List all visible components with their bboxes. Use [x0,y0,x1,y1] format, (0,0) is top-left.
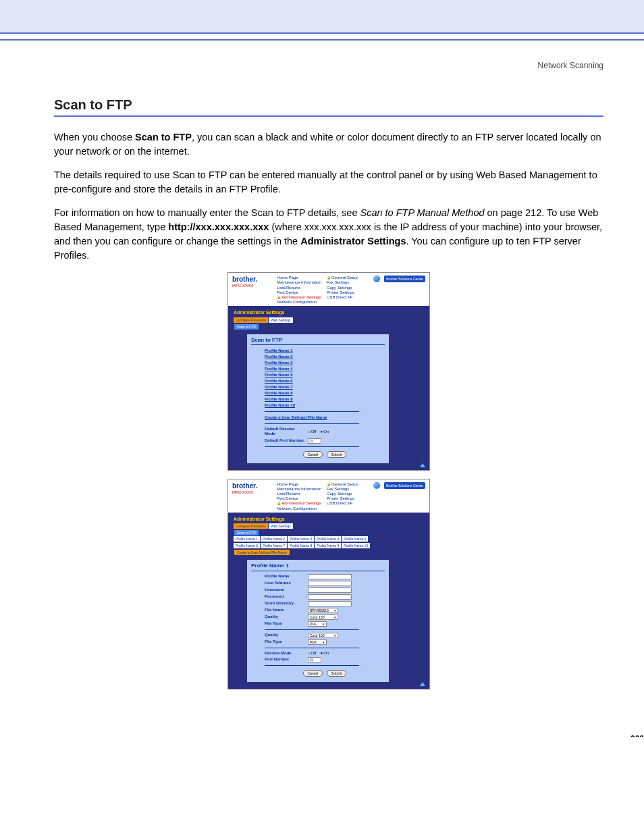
subtab-scan-to-ftp[interactable]: Scan to FTP [234,324,259,330]
profile-name-input[interactable] [308,574,352,579]
text: When you choose [54,132,135,142]
radio-on[interactable]: On [321,651,329,656]
host-input[interactable] [308,581,352,586]
port-input[interactable]: 21 [308,438,321,444]
store-input[interactable] [308,601,352,606]
file-type-select-2[interactable]: PDF [308,640,327,645]
nav-admin: Administrator Settings [281,295,321,299]
nav-general: General Setup [331,276,358,280]
submit-button[interactable]: Submit [327,670,347,677]
passive-radios[interactable]: Off On [308,651,329,656]
profile-link-5[interactable]: Profile Name 5 [265,372,385,378]
profile-tab-1[interactable]: Profile Name 1 [234,536,261,542]
profile-panel: Profile Name 1 Profile Name Host Address… [247,560,389,682]
nav-maintenance[interactable]: Maintenance Information [277,487,321,492]
profile-link-1[interactable]: Profile Name 1 [265,348,385,354]
divider [265,629,359,630]
nav-lists[interactable]: Lists/Reports [277,286,321,290]
profile-link-6[interactable]: Profile Name 6 [265,378,385,384]
password-label: Password [265,594,305,599]
profile-tab-2[interactable]: Profile Name 2 [261,536,288,542]
profile-tabs-row2: Profile Name 6 Profile Name 7 Profile Na… [234,543,424,548]
port-input[interactable]: 21 [308,657,321,662]
nav-home[interactable]: Home Page [277,482,321,487]
default-port-row: Default Port Number 21 [265,438,385,444]
nav-lists[interactable]: Lists/Reports [277,492,321,496]
profile-tab-8[interactable]: Profile Name 8 [288,543,315,548]
profile-link-7[interactable]: Profile Name 7 [265,384,385,390]
profile-tab-3[interactable]: Profile Name 3 [288,536,315,542]
profile-link-3[interactable]: Profile Name 3 [265,360,385,366]
tab-configure-password[interactable]: Configure Password [234,317,269,323]
tab-configure-password[interactable]: Configure Password [234,523,269,529]
nav-col-2: 🔒General Setup Fax Settings Copy Setting… [327,482,358,511]
profile-tab-6[interactable]: Profile Name 6 [234,543,261,548]
subtab-scan-to-ftp[interactable]: Scan to FTP [234,530,259,536]
nav-home[interactable]: Home Page [277,276,321,280]
quality-select[interactable]: Color 150 [308,615,338,620]
solutions-center-button[interactable]: Brother Solutions Center [384,276,425,282]
create-file-name-link[interactable]: Create a User Defined File Name [265,415,385,421]
port-label: Port Number [265,657,305,662]
nav-maintenance[interactable]: Maintenance Information [277,280,321,285]
cancel-button[interactable]: Cancel [303,670,323,677]
profile-tab-5[interactable]: Profile Name 5 [342,536,369,542]
submit-button[interactable]: Submit [327,451,347,458]
password-input[interactable] [308,594,352,600]
nav-admin-row[interactable]: 🔒Administrator Settings [277,501,321,506]
nav-printer[interactable]: Printer Settings [327,496,358,501]
nav-find[interactable]: Find Device [277,496,321,501]
tab-web-settings[interactable]: Web Settings [269,523,294,529]
tab-web-settings[interactable]: Web Settings [269,317,294,323]
top-bar [0,0,644,34]
profile-tab-7[interactable]: Profile Name 7 [261,543,288,548]
panel-title: Profile Name 1 [251,563,385,571]
create-file-name-tab[interactable]: Create a User Defined File Name [234,550,290,556]
passive-radios[interactable]: Off On [308,429,329,434]
shot-header: brother. MFC-XXXX Home Page Maintenance … [228,479,429,513]
divider [265,423,359,424]
radio-on[interactable]: On [321,429,329,434]
solutions-center-button[interactable]: Brother Solutions Center [384,482,425,489]
nav-printer[interactable]: Printer Settings [327,290,358,295]
nav-usb[interactable]: USB Direct I/F [327,295,358,300]
lock-icon: 🔒 [277,501,281,505]
cancel-button[interactable]: Cancel [303,451,323,458]
profile-link-2[interactable]: Profile Name 2 [265,354,385,360]
scroll-up-icon[interactable] [420,682,425,686]
username-input[interactable] [308,588,352,593]
quality-label: Quality [265,615,305,619]
profile-link-8[interactable]: Profile Name 8 [265,390,385,396]
file-name-select[interactable]: BRN4B6518 [308,608,338,613]
nav-copy[interactable]: Copy Settings [327,492,358,496]
nav-fax[interactable]: Fax Settings [327,280,358,285]
profile-link-10[interactable]: Profile Name 10 [265,402,385,409]
profile-tab-4[interactable]: Profile Name 4 [315,536,342,542]
panel-title: Scan to FTP [251,337,385,346]
profile-link-4[interactable]: Profile Name 4 [265,366,385,372]
nav-network[interactable]: Network Configuration [277,506,321,511]
scroll-up-icon[interactable] [420,463,425,467]
text: For information on how to manually enter… [54,207,360,218]
radio-off[interactable]: Off [308,651,317,656]
nav-general-row[interactable]: 🔒General Setup [327,482,358,487]
nav-col-1: Home Page Maintenance Information Lists/… [277,276,321,305]
nav-general-row[interactable]: 🔒General Setup [327,276,358,280]
profile-tab-10[interactable]: Profile Name 10 [342,543,371,548]
nav-network[interactable]: Network Configuration [277,300,321,305]
nav-admin-row[interactable]: 🔒Administrator Settings [277,295,321,300]
quality-select-2[interactable]: Color 150 [308,633,338,638]
nav-find[interactable]: Find Device [277,290,321,295]
radio-off[interactable]: Off [308,429,317,434]
scan-to-ftp-term: Scan to FTP [135,132,192,142]
intro-paragraph-1: When you choose Scan to FTP, you can sca… [54,130,603,159]
profile-link-9[interactable]: Profile Name 9 [265,396,385,402]
divider [265,665,359,666]
file-type-select[interactable]: PDF [308,621,327,627]
page-content: Network Scanning Scan to FTP When you ch… [0,41,644,737]
profile-tab-9[interactable]: Profile Name 9 [315,543,342,548]
nav-usb[interactable]: USB Direct I/F [327,501,358,506]
nav-fax[interactable]: Fax Settings [327,487,358,492]
nav-col-1: Home Page Maintenance Information Lists/… [277,482,321,511]
nav-copy[interactable]: Copy Settings [327,286,358,290]
